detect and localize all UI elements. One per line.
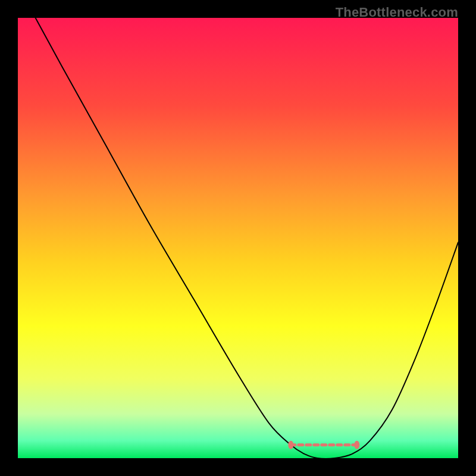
optimal-band-dot-right	[354, 441, 359, 449]
bottleneck-curve	[36, 18, 458, 458]
plot-area	[18, 18, 458, 458]
chart-svg	[18, 18, 458, 458]
optimal-band-dot-left	[288, 441, 293, 449]
optimal-band	[288, 441, 359, 449]
chart-container: TheBottleneck.com	[0, 0, 476, 476]
